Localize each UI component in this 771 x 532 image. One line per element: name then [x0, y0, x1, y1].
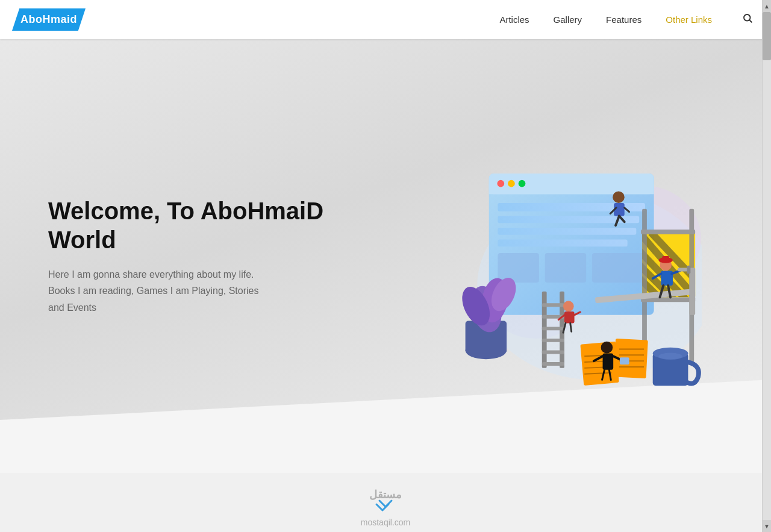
svg-rect-42 [542, 339, 564, 342]
svg-rect-43 [542, 351, 564, 354]
hero-title: Welcome, To AboHmaiD World [48, 196, 349, 254]
search-button[interactable] [742, 13, 753, 27]
svg-rect-75 [564, 311, 575, 324]
logo[interactable]: AboHmaid [12, 8, 86, 31]
svg-rect-66 [662, 256, 669, 262]
svg-line-1 [749, 20, 751, 22]
svg-rect-15 [498, 253, 538, 283]
svg-point-10 [519, 180, 526, 187]
svg-rect-17 [592, 253, 645, 283]
svg-line-79 [570, 324, 572, 332]
hero-svg [370, 120, 702, 392]
watermark-arabic: مستقل [12, 485, 759, 518]
hero-illustration [349, 105, 723, 407]
search-icon [742, 13, 753, 23]
nav-gallery[interactable]: Gallery [554, 14, 582, 25]
header: AboHmaid Articles Gallery Features Other… [0, 0, 771, 39]
hero-description: Here I am gonna share everything about m… [48, 266, 349, 316]
logo-container: AboHmaid [12, 8, 86, 31]
nav-other-links[interactable]: Other Links [666, 14, 712, 25]
logo-text: AboHmaid [20, 13, 77, 25]
svg-point-8 [497, 180, 504, 187]
hero-desc-line2: Books I am reading, Games I am Playing, … [48, 286, 258, 296]
svg-point-74 [563, 301, 574, 311]
hero-section: Welcome, To AboHmaiD World Here I am gon… [0, 39, 771, 473]
hero-desc-line3: and Events [48, 302, 96, 313]
scrollbar[interactable]: ▲ ▼ [762, 0, 771, 532]
svg-rect-16 [545, 253, 586, 283]
svg-point-57 [658, 352, 682, 360]
watermark-url: mostaqil.com [12, 518, 759, 527]
svg-point-80 [601, 342, 613, 354]
svg-rect-39 [542, 303, 564, 307]
hero-content: Welcome, To AboHmaiD World Here I am gon… [48, 196, 349, 316]
svg-point-9 [508, 180, 515, 187]
svg-rect-27 [641, 230, 695, 234]
svg-point-58 [613, 191, 625, 203]
scroll-arrow-up[interactable]: ▲ [763, 0, 771, 12]
scroll-thumb[interactable] [763, 12, 771, 60]
svg-rect-44 [542, 362, 564, 366]
svg-rect-73 [687, 266, 690, 274]
svg-rect-14 [498, 240, 627, 247]
nav-articles[interactable]: Articles [499, 14, 529, 25]
svg-text:مستقل: مستقل [369, 489, 402, 501]
svg-rect-81 [603, 353, 614, 369]
hero-desc-line1: Here I am gonna share everything about m… [48, 269, 254, 280]
svg-rect-41 [542, 327, 564, 330]
svg-rect-84 [620, 357, 629, 365]
svg-rect-30 [689, 268, 695, 315]
scroll-arrow-down[interactable]: ▼ [763, 520, 771, 532]
nav-features[interactable]: Features [606, 14, 641, 25]
main-nav: Articles Gallery Features Other Links [499, 13, 753, 27]
watermark-footer: مستقل mostaqil.com [0, 473, 771, 532]
svg-rect-13 [498, 228, 636, 235]
